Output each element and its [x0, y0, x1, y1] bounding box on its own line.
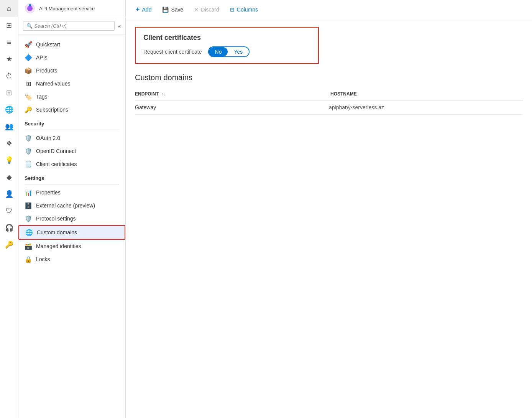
- security-section-header: Security: [18, 116, 125, 128]
- openid-label: OpenID Connect: [36, 148, 76, 154]
- sidebar-item-subscriptions[interactable]: 🔑 Subscriptions: [18, 103, 125, 116]
- managed-identities-icon: 🗃️: [25, 242, 32, 250]
- sidebar-item-products[interactable]: 📦 Products: [18, 64, 125, 77]
- icon-clock[interactable]: ⏱: [0, 67, 18, 84]
- collapse-button[interactable]: «: [118, 23, 121, 29]
- sidebar-item-protocol-settings[interactable]: 🛡️ Protocol settings: [18, 212, 125, 225]
- sidebar-item-oauth2[interactable]: 🛡️ OAuth 2.0: [18, 132, 125, 145]
- managed-identities-label: Managed identities: [36, 243, 81, 249]
- table-header: ENDPOINT ↑↓ HOSTNAME: [135, 88, 523, 100]
- custom-domains-table: ENDPOINT ↑↓ HOSTNAME Gateway apiphany-se…: [135, 88, 523, 115]
- sidebar-item-tags[interactable]: 🏷️ Tags: [18, 90, 125, 103]
- icon-face[interactable]: 👤: [0, 186, 18, 202]
- search-input[interactable]: [34, 23, 111, 29]
- svg-point-2: [29, 4, 31, 7]
- products-icon: 📦: [25, 67, 32, 74]
- quickstart-label: Quickstart: [36, 41, 60, 48]
- icon-list[interactable]: ≡: [0, 34, 18, 51]
- custom-domains-label: Custom domains: [37, 229, 77, 235]
- properties-icon: 📊: [25, 189, 32, 196]
- quickstart-icon: 🚀: [25, 41, 32, 48]
- sort-icon[interactable]: ↑↓: [161, 92, 165, 96]
- toggle-no[interactable]: No: [209, 47, 228, 56]
- sidebar-item-managed-identities[interactable]: 🗃️ Managed identities: [18, 240, 125, 253]
- sidebar-item-client-certs[interactable]: 🗒️ Client certificates: [18, 158, 125, 171]
- subscriptions-icon: 🔑: [25, 106, 32, 114]
- icon-shield[interactable]: 🛡: [0, 202, 18, 219]
- add-button[interactable]: + Add: [133, 4, 154, 15]
- icon-bulb[interactable]: 💡: [0, 152, 18, 169]
- gateway-hostname: apiphany-serverless.az: [329, 104, 523, 110]
- main-content: + Add 💾 Save ✕ Discard ⊟ Columns Client …: [126, 0, 532, 418]
- client-certs-label: Client certificates: [36, 161, 77, 167]
- icon-people[interactable]: 👥: [0, 118, 18, 135]
- sidebar-item-apis[interactable]: 🔷 APIs: [18, 51, 125, 64]
- icon-key[interactable]: 🔑: [0, 236, 18, 253]
- custom-domains-title: Custom domains: [135, 73, 523, 82]
- named-values-label: Named values: [36, 81, 71, 87]
- custom-domains-icon: 🌐: [25, 229, 33, 236]
- settings-divider: [25, 184, 119, 184]
- columns-label: Columns: [237, 7, 258, 13]
- sidebar-nav: 🚀 Quickstart 🔷 APIs 📦 Products ⊞ Named v…: [18, 35, 125, 269]
- sidebar-item-quickstart[interactable]: 🚀 Quickstart: [18, 38, 125, 51]
- col-hostname-header: HOSTNAME: [330, 91, 523, 97]
- columns-icon: ⊟: [230, 7, 235, 13]
- icon-globe[interactable]: 🌐: [0, 101, 18, 118]
- protocol-settings-icon: 🛡️: [25, 215, 32, 222]
- icon-diamond[interactable]: ◆: [0, 169, 18, 186]
- client-certificates-card: Client certificates Request client certi…: [135, 27, 319, 64]
- sidebar-item-custom-domains[interactable]: 🌐 Custom domains: [18, 225, 125, 240]
- search-box[interactable]: 🔍: [23, 21, 115, 31]
- icon-dashboard[interactable]: ⊞: [0, 17, 18, 34]
- toggle-yes[interactable]: Yes: [228, 47, 249, 56]
- openid-icon: 🛡️: [25, 147, 32, 155]
- apis-icon: 🔷: [25, 54, 32, 61]
- discard-label: Discard: [201, 7, 219, 13]
- add-icon: +: [136, 5, 140, 13]
- external-cache-icon: 🗄️: [25, 202, 32, 209]
- subscriptions-label: Subscriptions: [36, 107, 68, 113]
- cert-card-title: Client certificates: [143, 34, 310, 42]
- discard-icon: ✕: [194, 7, 199, 13]
- columns-button[interactable]: ⊟ Columns: [228, 5, 260, 14]
- sidebar-item-external-cache[interactable]: 🗄️ External cache (preview): [18, 199, 125, 212]
- col-endpoint-header: ENDPOINT ↑↓: [135, 91, 330, 97]
- sidebar-item-properties[interactable]: 📊 Properties: [18, 186, 125, 199]
- client-cert-toggle[interactable]: No Yes: [208, 46, 250, 57]
- client-certs-icon: 🗒️: [25, 160, 32, 168]
- content-area: Client certificates Request client certi…: [126, 19, 532, 122]
- sidebar-item-locks[interactable]: 🔒 Locks: [18, 253, 125, 266]
- properties-label: Properties: [36, 189, 61, 196]
- external-cache-label: External cache (preview): [36, 202, 95, 209]
- sidebar-search-area: 🔍 «: [18, 17, 125, 35]
- locks-icon: 🔒: [25, 255, 32, 263]
- icon-star[interactable]: ★: [0, 51, 18, 67]
- cert-row: Request client certificate No Yes: [143, 46, 310, 57]
- security-divider: [25, 130, 119, 130]
- protocol-settings-label: Protocol settings: [36, 216, 76, 222]
- icon-bar: ⌂ ⊞ ≡ ★ ⏱ ⊞ 🌐 👥 ❖ 💡 ◆ 👤 🛡 🎧 🔑: [0, 0, 18, 418]
- settings-section-header: Settings: [18, 171, 125, 183]
- search-icon: 🔍: [26, 23, 33, 29]
- save-button[interactable]: 💾 Save: [160, 5, 186, 14]
- svg-point-1: [27, 6, 33, 11]
- request-cert-label: Request client certificate: [143, 49, 202, 55]
- add-label: Add: [142, 7, 152, 13]
- locks-label: Locks: [36, 256, 50, 262]
- icon-grid[interactable]: ⊞: [0, 84, 18, 101]
- icon-home[interactable]: ⌂: [0, 0, 18, 17]
- oauth2-label: OAuth 2.0: [36, 135, 60, 141]
- sidebar-item-named-values[interactable]: ⊞ Named values: [18, 77, 125, 90]
- service-logo-icon: [25, 3, 35, 14]
- discard-button[interactable]: ✕ Discard: [192, 5, 221, 14]
- table-row: Gateway apiphany-serverless.az: [135, 100, 523, 115]
- icon-headset[interactable]: 🎧: [0, 219, 18, 236]
- tags-label: Tags: [36, 94, 48, 100]
- sidebar-item-openid[interactable]: 🛡️ OpenID Connect: [18, 145, 125, 158]
- icon-nodes[interactable]: ❖: [0, 135, 18, 152]
- gateway-endpoint: Gateway: [135, 104, 329, 110]
- oauth2-icon: 🛡️: [25, 134, 32, 142]
- service-header: API Management service: [18, 0, 125, 17]
- save-label: Save: [171, 7, 183, 13]
